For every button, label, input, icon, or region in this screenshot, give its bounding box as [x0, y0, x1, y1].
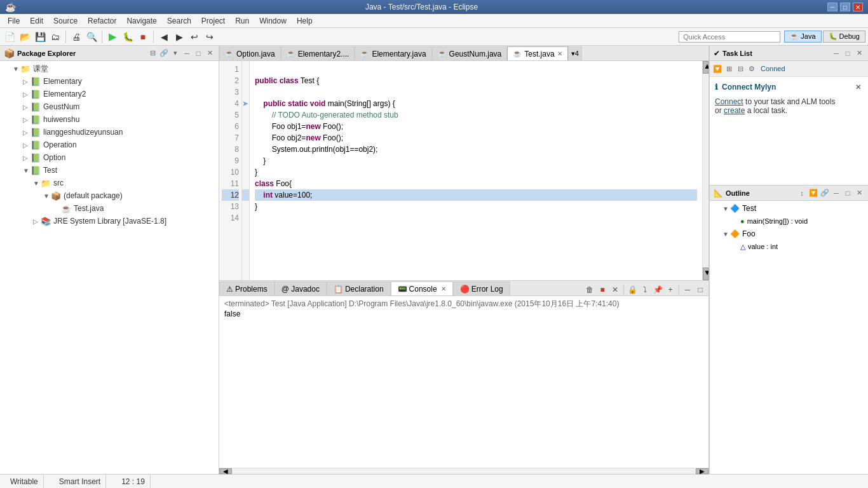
- horizontal-scrollbar[interactable]: ◀ ▶: [219, 468, 709, 474]
- scroll-left-btn[interactable]: ◀: [219, 468, 232, 474]
- tab-overflow-btn[interactable]: ▾4: [568, 46, 582, 60]
- outline-item-foo[interactable]: ▼ 🔶 Foo: [710, 227, 868, 240]
- minimize-btn[interactable]: ─: [831, 48, 841, 58]
- scroll-down-btn[interactable]: ▼: [703, 268, 709, 280]
- tab-problems[interactable]: ⚠ Problems: [219, 281, 275, 295]
- close-button[interactable]: ✕: [853, 3, 863, 11]
- tab-elementary-java[interactable]: ☕ Elementary.java: [355, 46, 431, 60]
- menu-search[interactable]: Search: [162, 15, 196, 27]
- stop-btn[interactable]: ■: [136, 30, 150, 44]
- code-editor[interactable]: public class Test { public static void m…: [250, 61, 702, 280]
- menu-navigate[interactable]: Navigate: [121, 15, 161, 27]
- tree-item-operation[interactable]: ▷ 📗 Operation: [0, 139, 219, 151]
- minimize-btn[interactable]: ─: [831, 188, 841, 198]
- tab-console[interactable]: 📟 Console ✕: [391, 281, 453, 295]
- forward-btn[interactable]: ▶: [172, 30, 186, 44]
- quick-access-input[interactable]: [679, 31, 780, 43]
- tree-item-elementary[interactable]: ▷ 📗 Elementary: [0, 75, 219, 88]
- create-link[interactable]: create: [724, 106, 745, 115]
- sort-btn[interactable]: ↕: [797, 188, 807, 198]
- pin-console-btn[interactable]: 📌: [652, 284, 663, 295]
- tree-item-jre[interactable]: ▷ 📚 JRE System Library [JavaSE-1.8]: [0, 215, 219, 227]
- minimize-button[interactable]: ─: [827, 3, 837, 11]
- connect-link[interactable]: Connect: [715, 97, 743, 106]
- menu-source[interactable]: Source: [48, 15, 83, 27]
- new-btn[interactable]: 📄: [3, 30, 17, 44]
- outline-item-test[interactable]: ▼ 🔷 Test: [710, 202, 868, 215]
- save-btn[interactable]: 💾: [33, 30, 47, 44]
- word-wrap-btn[interactable]: ⤵: [639, 284, 651, 295]
- minimize-bottom-btn[interactable]: ─: [682, 284, 693, 295]
- view-menu-btn[interactable]: ▾: [170, 48, 180, 58]
- tree-item-geustnum[interactable]: ▷ 📗 GeustNum: [0, 100, 219, 113]
- tab-option-java[interactable]: ☕ Option.java: [219, 46, 281, 60]
- open-btn[interactable]: 📂: [18, 30, 32, 44]
- close-btn[interactable]: ✕: [854, 188, 864, 198]
- print-btn[interactable]: 🖨: [69, 30, 83, 44]
- redo-btn[interactable]: ↪: [203, 30, 217, 44]
- maximize-btn[interactable]: □: [843, 48, 853, 58]
- close-panel-btn[interactable]: ✕: [205, 48, 215, 58]
- menu-project[interactable]: Project: [196, 15, 230, 27]
- filter-btn[interactable]: 🔽: [808, 188, 818, 198]
- tab-javadoc[interactable]: @ Javadoc: [275, 281, 327, 295]
- task-filter-btn[interactable]: 🔽: [712, 64, 722, 74]
- outline-item-main[interactable]: ● main(String[]) : void: [710, 215, 868, 227]
- tree-item-ketang[interactable]: ▼ 📁 课堂: [0, 62, 219, 75]
- collapse-all-btn[interactable]: ⊟: [147, 48, 158, 58]
- scroll-right-btn[interactable]: ▶: [696, 468, 709, 474]
- perspective-debug[interactable]: 🐛 Debug: [823, 30, 865, 43]
- scroll-track[interactable]: [703, 74, 709, 268]
- close-btn[interactable]: ✕: [854, 48, 864, 58]
- tree-item-elementary2[interactable]: ▷ 📗 Elementary2: [0, 88, 219, 100]
- maximize-panel-btn[interactable]: □: [193, 48, 203, 58]
- tree-item-liangge[interactable]: ▷ 📗 lianggeshudizeyunsuan: [0, 126, 219, 139]
- back-btn[interactable]: ◀: [157, 30, 171, 44]
- menu-edit[interactable]: Edit: [25, 15, 48, 27]
- tab-declaration[interactable]: 📋 Declaration: [327, 281, 391, 295]
- tree-item-huiwenshu[interactable]: ▷ 📗 huiwenshu: [0, 113, 219, 126]
- tree-item-option[interactable]: ▷ 📗 Option: [0, 151, 219, 164]
- remove-launch-btn[interactable]: ✕: [609, 284, 621, 295]
- scroll-up-btn[interactable]: ▲: [703, 61, 709, 74]
- vertical-scrollbar[interactable]: ▲ ▼: [702, 61, 709, 280]
- save-all-btn[interactable]: 🗂: [48, 30, 62, 44]
- tab-test-java[interactable]: ☕ Test.java ✕: [507, 46, 567, 60]
- debug-btn[interactable]: 🐛: [121, 30, 135, 44]
- menu-refactor[interactable]: Refactor: [83, 15, 121, 27]
- new-console-btn[interactable]: +: [665, 284, 676, 295]
- clear-console-btn[interactable]: 🗑: [584, 284, 595, 295]
- minimize-panel-btn[interactable]: ─: [182, 48, 192, 58]
- tab-close-btn[interactable]: ✕: [557, 50, 562, 57]
- maximize-button[interactable]: □: [840, 3, 850, 11]
- window-controls[interactable]: ─ □ ✕: [827, 3, 863, 11]
- link-btn[interactable]: 🔗: [820, 188, 830, 198]
- tree-item-test[interactable]: ▼ 📗 Test: [0, 164, 219, 177]
- run-btn[interactable]: ▶: [105, 30, 119, 44]
- scroll-lock-btn[interactable]: 🔒: [627, 284, 638, 295]
- menu-window[interactable]: Window: [254, 15, 292, 27]
- tree-item-default-pkg[interactable]: ▼ 📦 (default package): [0, 189, 219, 202]
- close-connect-btn[interactable]: ✕: [853, 82, 863, 92]
- menu-help[interactable]: Help: [292, 15, 318, 27]
- tab-geustnum-java[interactable]: ☕ GeustNum.java: [432, 46, 508, 60]
- console-output-area[interactable]: <terminated> Test [Java Application] D:\…: [219, 296, 709, 468]
- maximize-bottom-btn[interactable]: □: [695, 284, 706, 295]
- tab-error-log[interactable]: 🔴 Error Log: [453, 281, 510, 295]
- tree-item-testjava[interactable]: ☕ Test.java: [0, 202, 219, 215]
- search-btn[interactable]: 🔍: [85, 30, 98, 44]
- terminate-btn[interactable]: ■: [597, 284, 608, 295]
- perspective-java[interactable]: ☕ Java: [784, 30, 821, 43]
- tab-close-btn[interactable]: ✕: [441, 285, 446, 292]
- task-collapse-btn[interactable]: ⊟: [735, 64, 745, 74]
- tab-elementary2[interactable]: ☕ Elementary2....: [281, 46, 355, 60]
- task-expand-btn[interactable]: ⊞: [724, 64, 734, 74]
- menu-file[interactable]: File: [3, 15, 25, 27]
- undo-btn[interactable]: ↩: [187, 30, 201, 44]
- menu-run[interactable]: Run: [230, 15, 254, 27]
- outline-item-value[interactable]: △ value : int: [710, 240, 868, 253]
- task-settings-btn[interactable]: ⚙: [747, 64, 757, 74]
- tree-item-src[interactable]: ▼ 📁 src: [0, 177, 219, 189]
- link-with-editor-btn[interactable]: 🔗: [159, 48, 169, 58]
- maximize-btn[interactable]: □: [843, 188, 853, 198]
